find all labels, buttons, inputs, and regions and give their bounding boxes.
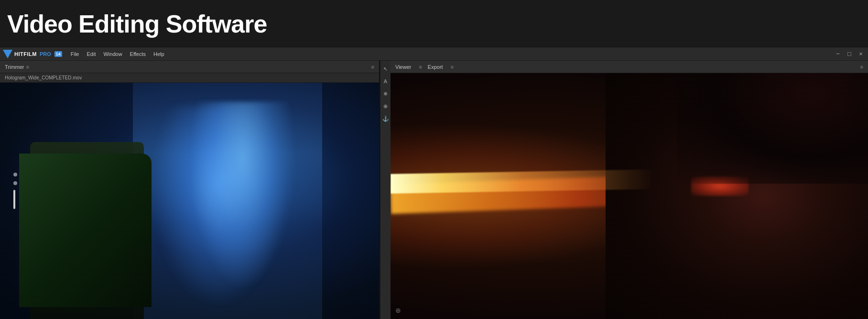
right-panel-options-icon[interactable]: ≡: [860, 64, 863, 70]
minimize-button[interactable]: −: [834, 50, 842, 58]
pointer-tool-button[interactable]: ↖: [381, 65, 390, 73]
trimmer-tab-label[interactable]: Trimmer: [5, 64, 24, 70]
target-tool-button[interactable]: ⊕: [381, 102, 390, 110]
trimmer-file-name: Hologram_Wide_COMPLETED.mov: [0, 73, 379, 83]
menu-effects[interactable]: Effects: [126, 50, 150, 58]
page-title: Video Editing Software: [7, 10, 267, 38]
laser-scene: ⊕: [391, 73, 868, 319]
trimmer-panel-header: Trimmer ≡ ≡: [0, 61, 379, 73]
hologram-figure: [190, 102, 296, 291]
trimmer-menu-icon[interactable]: ≡: [26, 64, 29, 70]
trimmer-video-area[interactable]: [0, 83, 379, 319]
scrubber-line: [13, 190, 15, 209]
trimmer-options-icon[interactable]: ≡: [371, 64, 374, 70]
text-tool-button[interactable]: A: [381, 77, 390, 86]
menu-window[interactable]: Window: [99, 50, 126, 58]
hologram-scene: [0, 83, 379, 319]
effect-tool-button[interactable]: ❄: [381, 89, 390, 98]
panels-row: Trimmer ≡ ≡ Hologram_Wide_COMPLETED.mov: [0, 61, 868, 319]
title-bar: Video Editing Software: [0, 0, 868, 47]
export-menu-icon[interactable]: ≡: [451, 64, 454, 70]
logo-triangle-icon: [3, 50, 12, 58]
viewer-panel-header: Viewer ≡ Export ≡ ≡: [391, 61, 868, 73]
menu-bar: HITFILM PRO 14 File Edit Window Effects …: [0, 47, 868, 61]
menu-help[interactable]: Help: [150, 50, 168, 58]
app-edition: PRO: [40, 51, 51, 57]
close-button[interactable]: ×: [857, 50, 865, 58]
anchor-tool-button[interactable]: ⚓: [381, 114, 390, 123]
tools-strip: ↖ A ❄ ⊕ ⚓: [380, 61, 391, 319]
app-name: HITFILM: [14, 51, 37, 57]
viewer-nav-icon[interactable]: ⊕: [395, 307, 401, 314]
trimmer-video-frame: [0, 83, 379, 319]
menu-file[interactable]: File: [67, 50, 83, 58]
viewer-menu-icon[interactable]: ≡: [419, 64, 422, 70]
app-version-badge: 14: [54, 51, 62, 57]
viewer-video-area[interactable]: ⊕: [391, 73, 868, 319]
app-logo: HITFILM PRO 14: [3, 50, 62, 58]
dark-figure: [30, 142, 144, 319]
trimmer-panel: Trimmer ≡ ≡ Hologram_Wide_COMPLETED.mov: [0, 61, 380, 319]
maximize-button[interactable]: □: [845, 50, 854, 58]
viewer-panel: Viewer ≡ Export ≡ ≡ ⊕: [391, 61, 868, 319]
scrubber-markers: [13, 173, 17, 209]
export-tab-label[interactable]: Export: [428, 64, 443, 70]
scrubber-dot-1: [13, 173, 17, 176]
scrubber-dot-2: [13, 181, 17, 185]
window-controls: − □ ×: [834, 50, 865, 58]
hair-dark: [677, 73, 868, 184]
app-chrome: HITFILM PRO 14 File Edit Window Effects …: [0, 47, 868, 319]
viewer-tab-label[interactable]: Viewer: [395, 64, 411, 70]
menu-edit[interactable]: Edit: [83, 50, 99, 58]
